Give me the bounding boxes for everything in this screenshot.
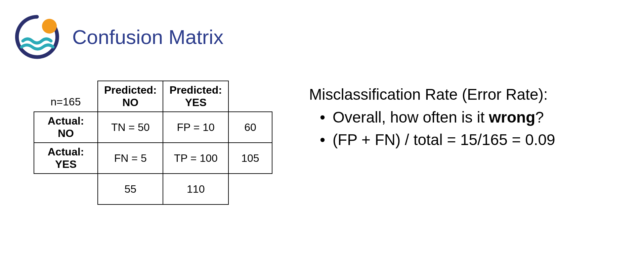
- metric-bullets: Overall, how often is it wrong? (FP + FN…: [309, 106, 624, 151]
- row-header-actual-no: Actual:NO: [34, 112, 98, 143]
- confusion-matrix-table: n=165 Predicted:NO Predicted:YES Actual:…: [34, 81, 272, 205]
- page-title: Confusion Matrix: [72, 26, 223, 49]
- col-total-no: 55: [98, 174, 163, 204]
- metric-heading: Misclassification Rate (Error Rate):: [309, 84, 624, 105]
- n-total-label: n=165: [34, 81, 98, 112]
- row-header-actual-yes: Actual:YES: [34, 143, 98, 174]
- col-header-predicted-no: Predicted:NO: [98, 81, 163, 112]
- content: n=165 Predicted:NO Predicted:YES Actual:…: [0, 60, 644, 205]
- row-total-yes: 105: [228, 143, 272, 174]
- bullet-item: (FP + FN) / total = 15/165 = 0.09: [320, 129, 624, 151]
- row-total-no: 60: [228, 112, 272, 143]
- cell-tn: TN = 50: [98, 112, 163, 143]
- confusion-matrix-panel: n=165 Predicted:NO Predicted:YES Actual:…: [34, 81, 275, 205]
- header: Confusion Matrix: [0, 0, 644, 60]
- cell-fp: FP = 10: [163, 112, 228, 143]
- bullet-item: Overall, how often is it wrong?: [320, 106, 624, 129]
- cell-tp: TP = 100: [163, 143, 228, 174]
- logo-icon: [13, 13, 60, 60]
- svg-point-0: [42, 19, 57, 34]
- metric-panel: Misclassification Rate (Error Rate): Ove…: [309, 81, 624, 205]
- col-total-yes: 110: [163, 174, 228, 204]
- col-header-predicted-yes: Predicted:YES: [163, 81, 228, 112]
- cell-fn: FN = 5: [98, 143, 163, 174]
